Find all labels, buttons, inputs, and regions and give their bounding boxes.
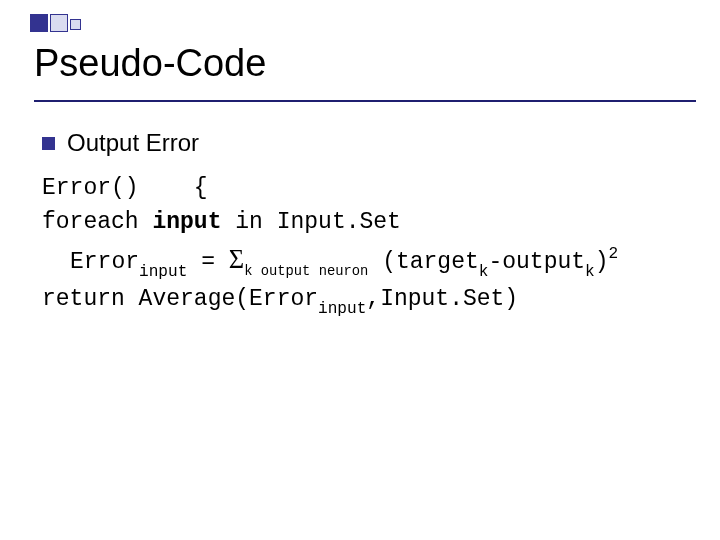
- code-line: foreach input in Input.Set: [42, 205, 690, 240]
- code-line: Errorinput = Σk output neuron (targetk-o…: [42, 240, 690, 282]
- corner-decoration: [30, 14, 81, 32]
- slide-title: Pseudo-Code: [34, 42, 266, 85]
- slide-body: Output Error Error() { foreach input in …: [42, 126, 690, 318]
- code-line: Error() {: [42, 171, 690, 206]
- slide: Pseudo-Code Output Error Error() { forea…: [0, 0, 720, 540]
- bullet-text: Output Error: [67, 126, 199, 161]
- code-block: Error() { foreach input in Input.Set Err…: [42, 171, 690, 318]
- title-divider: [34, 100, 696, 102]
- code-line: return Average(Errorinput,Input.Set): [42, 282, 690, 319]
- square-icon: [50, 14, 68, 32]
- square-icon: [70, 19, 81, 30]
- square-icon: [30, 14, 48, 32]
- bullet-item: Output Error: [42, 126, 690, 161]
- bullet-icon: [42, 137, 55, 150]
